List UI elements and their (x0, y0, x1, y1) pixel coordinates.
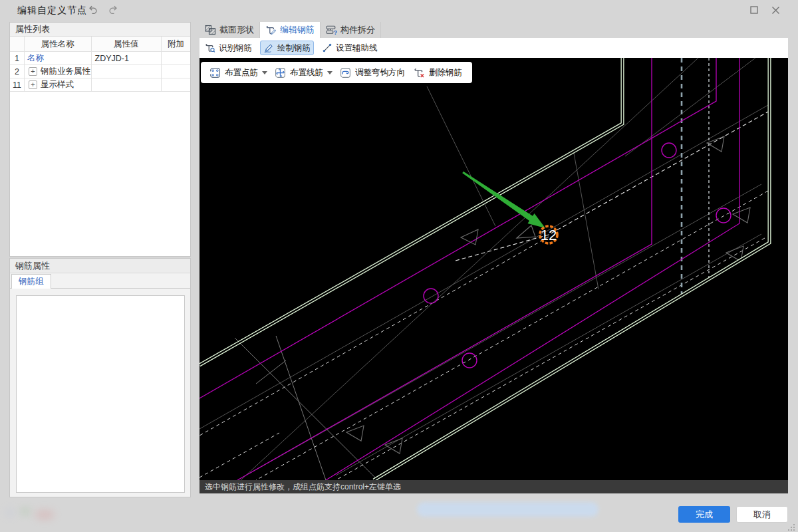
tab-component-split[interactable]: ? 构件拆分 (321, 22, 381, 38)
place-line-rebar-icon (275, 67, 286, 78)
cancel-button[interactable]: 取消 (736, 506, 788, 523)
prop-name-cell[interactable]: +钢筋业务属性 (25, 65, 92, 78)
concrete-outline (200, 58, 769, 480)
marker-label: 12 (541, 227, 557, 243)
property-list-panel: 属性列表 属性名称 属性值 附加 1 名称 ZDYJD-1 2 +钢筋业务属性 … (9, 22, 191, 257)
rebar-props-panel: 钢筋属性 钢筋组 (9, 258, 191, 497)
expand-icon[interactable]: + (29, 67, 37, 76)
ribbon-toolbar: 识别钢筋 绘制钢筋 设置辅助线 (200, 38, 788, 58)
construction-cross-lines (235, 336, 378, 480)
taskbar-smudge (5, 508, 15, 517)
drawing-canvas[interactable]: 12 布置点筋 布置线筋 (200, 58, 788, 480)
tab-rebar-group[interactable]: 钢筋组 (11, 274, 51, 289)
property-table: 属性名称 属性值 附加 1 名称 ZDYJD-1 2 +钢筋业务属性 11 +显… (10, 37, 190, 92)
resize-grip[interactable] (787, 523, 796, 531)
table-header-row: 属性名称 属性值 附加 (10, 37, 190, 52)
adjust-hook-icon (340, 67, 351, 78)
auxiliary-lines (200, 58, 768, 480)
identify-rebar-icon (205, 43, 215, 53)
identify-rebar-button[interactable]: 识别钢筋 (202, 41, 255, 55)
close-button[interactable] (769, 4, 782, 16)
draw-rebar-button[interactable]: 绘制钢筋 (260, 41, 314, 55)
dashed-centerlines (200, 191, 768, 480)
rebar-group-list[interactable] (16, 295, 185, 493)
window-title: 编辑自定义节点 (17, 5, 87, 17)
property-list-title: 属性列表 (10, 23, 190, 37)
taskbar-smudge (20, 507, 31, 516)
finish-button[interactable]: 完成 (678, 506, 730, 523)
redo-icon[interactable] (108, 5, 119, 16)
component-split-icon: ? (326, 25, 337, 35)
title-bar: 编辑自定义节点 (0, 0, 798, 20)
status-bar: 选中钢筋进行属性修改，成组点筋支持control+左键单选 (200, 480, 788, 493)
col-header-value: 属性值 (92, 37, 162, 52)
expand-icon[interactable]: + (29, 80, 37, 89)
rebar-tab-row: 钢筋组 (10, 273, 190, 289)
rebar-props-title: 钢筋属性 (10, 259, 190, 273)
place-point-rebar-icon (209, 67, 221, 78)
annotation-arrow (462, 172, 545, 228)
place-line-rebar-button[interactable]: 布置线筋 (273, 64, 334, 81)
svg-text:?: ? (334, 29, 337, 35)
col-header-extra: 附加 (162, 37, 190, 52)
tab-section-shape[interactable]: 截面形状 (200, 22, 260, 38)
undo-icon[interactable] (87, 5, 98, 16)
delete-rebar-icon (414, 67, 425, 78)
col-header-name: 属性名称 (25, 37, 92, 52)
place-point-rebar-button[interactable]: 布置点筋 (207, 64, 269, 81)
tab-edit-rebar[interactable]: 编辑钢筋 (260, 22, 321, 38)
table-row[interactable]: 11 +显示样式 (10, 78, 190, 92)
section-shape-icon (205, 25, 216, 35)
cad-drawing: 12 (200, 58, 788, 480)
prop-value-cell[interactable]: ZDYJD-1 (92, 52, 162, 65)
prop-name-cell[interactable]: 名称 (25, 52, 92, 65)
set-guides-button[interactable]: 设置辅助线 (319, 41, 380, 55)
background-glow (417, 502, 598, 517)
set-guides-icon (322, 43, 332, 53)
dropdown-caret-icon[interactable] (262, 71, 267, 74)
prop-name-cell[interactable]: +显示样式 (25, 78, 92, 92)
editor-tab-bar: 截面形状 编辑钢筋 ? 构件拆分 (200, 22, 788, 38)
edit-rebar-icon (265, 25, 277, 35)
table-row[interactable]: 1 名称 ZDYJD-1 (10, 52, 190, 65)
canvas-toolbar: 布置点筋 布置线筋 调整弯钩方向 删除钢筋 (201, 62, 472, 83)
draw-rebar-icon (263, 43, 274, 53)
taskbar-smudge (35, 509, 55, 520)
direction-triangles (346, 136, 750, 454)
maximize-button[interactable] (747, 4, 761, 16)
dropdown-caret-icon[interactable] (327, 71, 332, 74)
delete-rebar-button[interactable]: 删除钢筋 (412, 64, 464, 81)
table-row[interactable]: 2 +钢筋业务属性 (10, 65, 190, 78)
adjust-hook-direction-button[interactable]: 调整弯钩方向 (338, 64, 407, 81)
